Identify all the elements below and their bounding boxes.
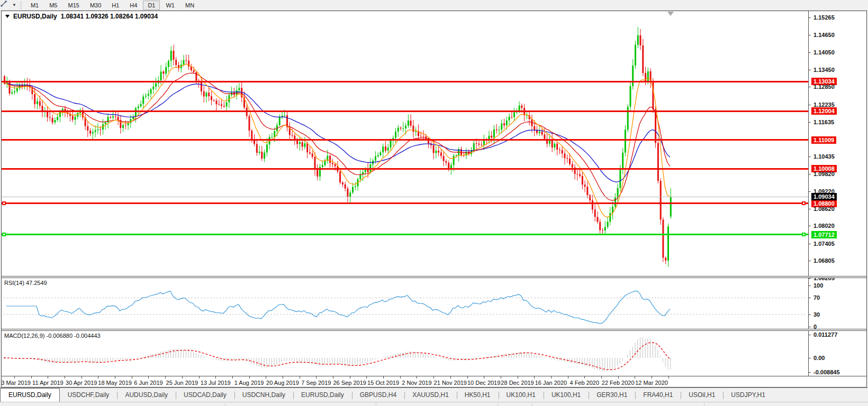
chart-tab-6[interactable]: GBPUSD,H4 [352, 390, 404, 402]
horizontal-line-1.11009[interactable] [2, 139, 808, 141]
chart-tab-14[interactable]: USDJPY,H1 [723, 390, 773, 402]
horizontal-line-1.08800[interactable] [2, 202, 808, 204]
date-axis-tick [132, 376, 132, 379]
status-mark [225, 403, 225, 406]
date-axis-label: 30 Apr 2019 [66, 380, 97, 386]
status-mark [498, 403, 498, 406]
date-axis-label: 12 Mar 2020 [635, 380, 668, 386]
date-axis-tick [300, 376, 300, 379]
macd-pane[interactable]: MACD(12,26,9) -0.006880 -0.004443 [2, 331, 866, 376]
date-axis-label: 6 Jun 2019 [134, 380, 162, 386]
date-axis-tick [584, 376, 585, 379]
horizontal-line-1.13034[interactable] [2, 81, 808, 82]
date-axis-label: 11 Apr 2019 [32, 380, 64, 386]
date-axis[interactable]: 23 Mar 201911 Apr 201930 Apr 201918 May … [2, 376, 866, 387]
axis-tick [809, 87, 811, 87]
horizontal-line-1.12004[interactable] [2, 110, 808, 112]
timeframe-button-m1[interactable]: M1 [26, 1, 43, 10]
date-axis-label: 16 Jan 2020 [535, 380, 567, 386]
date-axis-label: 1 Aug 2019 [234, 380, 264, 386]
timeframe-button-h1[interactable]: H1 [107, 1, 124, 10]
chevron-down-icon[interactable]: ▼ [12, 3, 16, 7]
status-strip [0, 402, 868, 406]
axis-tick [809, 122, 811, 123]
date-axis-tick [635, 376, 635, 379]
date-axis-tick [48, 376, 48, 379]
date-axis-tick [400, 376, 401, 379]
date-axis-tick [601, 376, 602, 379]
date-axis-tick [199, 376, 200, 379]
macd-axis-label: 0.011277 [813, 331, 837, 338]
axis-tick [809, 209, 811, 209]
line-handle[interactable] [2, 201, 6, 205]
pane-divider[interactable] [2, 329, 866, 331]
chart-tab-bar: EURUSD,DailyUSDCHF,DailyAUDUSD,DailyUSDC… [0, 387, 868, 402]
chart-tab-7[interactable]: XAUUSD,H1 [404, 390, 457, 402]
date-axis-tick [618, 376, 619, 379]
axis-tick [809, 315, 811, 315]
axis-tick [809, 191, 811, 192]
date-axis-tick [534, 376, 535, 379]
date-axis-label: 7 Sep 2019 [301, 380, 331, 386]
macd-chart [2, 331, 808, 376]
rsi-pane[interactable]: RSI(14) 47.2549 [2, 278, 866, 329]
timeframe-button-m15[interactable]: M15 [63, 1, 84, 10]
timeframe-button-h4[interactable]: H4 [125, 1, 142, 10]
date-axis-tick [518, 376, 518, 379]
timeframe-button-m5[interactable]: M5 [44, 1, 62, 10]
date-axis-label: 13 Jul 2019 [201, 380, 231, 386]
chart-tab-0[interactable]: EURUSD,Daily [0, 388, 60, 402]
chart-window[interactable]: EURUSD,Daily 1.08341 1.09326 1.08264 1.0… [1, 11, 867, 387]
line-handle[interactable] [802, 201, 806, 205]
timeframe-button-m30[interactable]: M30 [85, 1, 106, 10]
date-axis-tick [266, 376, 266, 379]
date-axis-tick [501, 376, 501, 379]
date-axis-tick [215, 376, 216, 379]
chart-tab-13[interactable]: USOil,H1 [681, 390, 723, 402]
pane-divider[interactable] [2, 276, 866, 278]
line-handle[interactable] [802, 233, 806, 236]
chart-tab-2[interactable]: AUDUSD,Daily [117, 390, 176, 402]
date-axis-label: 28 Dec 2019 [501, 380, 534, 386]
chart-title-row[interactable]: EURUSD,Daily 1.08341 1.09326 1.08264 1.0… [5, 13, 158, 20]
chart-tab-9[interactable]: UK100,H1 [499, 390, 544, 402]
macd-header: MACD(12,26,9) -0.006880 -0.004443 [4, 333, 101, 339]
chart-tab-3[interactable]: USDCAD,Daily [176, 390, 234, 402]
timeframe-button-d1[interactable]: D1 [143, 1, 160, 10]
axis-tick [809, 70, 811, 70]
horizontal-line-1.07712[interactable] [2, 234, 808, 235]
line-handle[interactable] [2, 233, 6, 236]
date-axis-tick [417, 376, 417, 379]
axis-tick [809, 335, 811, 335]
price-axis[interactable]: 1.130341.120041.110091.100081.088001.077… [808, 11, 866, 376]
timeframe-button-w1[interactable]: W1 [161, 1, 179, 10]
macd-axis-label: 0.00 [813, 355, 825, 361]
date-axis-tick [366, 376, 367, 379]
rsi-axis-label: 70 [813, 294, 820, 301]
chart-tab-4[interactable]: USDCNH,Daily [234, 390, 293, 402]
rsi-axis-label: 30 [813, 311, 820, 318]
axis-tick [809, 156, 811, 157]
chart-tab-12[interactable]: FRA40,H1 [635, 390, 681, 402]
chart-tab-5[interactable]: EURUSD,Daily [293, 390, 352, 402]
date-axis-tick [668, 376, 669, 379]
line-studies-icon[interactable] [2, 1, 12, 10]
timeframe-button-mn[interactable]: MN [180, 1, 199, 10]
date-axis-tick [450, 376, 451, 379]
chart-tab-8[interactable]: HK50,H1 [457, 390, 499, 402]
rsi-header: RSI(14) 47.2549 [4, 280, 47, 286]
chart-tab-1[interactable]: USDCHF,Daily [60, 390, 117, 402]
price-pane[interactable]: EURUSD,Daily 1.08341 1.09326 1.08264 1.0… [2, 11, 866, 276]
chart-tab-11[interactable]: GER30,H1 [589, 390, 635, 402]
axis-tick-label: 1.14650 [813, 32, 835, 38]
hline-price-label: 1.07712 [811, 231, 837, 238]
axis-tick-label: 1.09820 [813, 171, 835, 177]
horizontal-line-1.10008[interactable] [2, 168, 808, 170]
date-axis-tick [115, 376, 115, 379]
chart-expand-icon[interactable] [5, 15, 10, 18]
toolbar-grip[interactable] [20, 2, 22, 8]
chart-title: EURUSD,Daily [13, 13, 57, 20]
chart-tab-10[interactable]: UK100,H1 [544, 390, 589, 402]
date-axis-tick [165, 376, 166, 379]
date-axis-tick [232, 376, 233, 379]
